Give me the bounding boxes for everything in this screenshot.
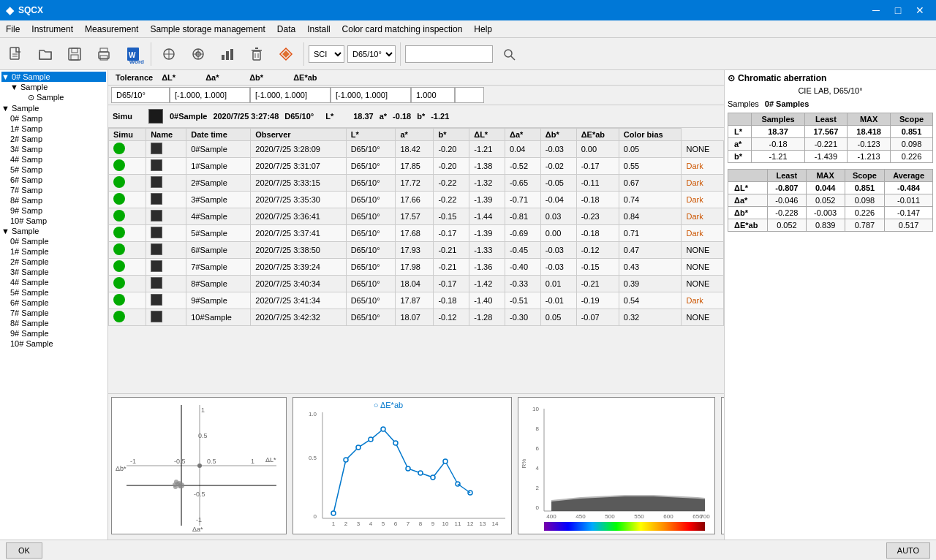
tree-item-0sample[interactable]: ▼ 0# Sample (1, 72, 106, 82)
tree-sub-8[interactable]: 8# Samp (10, 195, 106, 205)
tree-full-2[interactable]: 2# Sample (10, 257, 106, 267)
tree-item-sample-1[interactable]: ▼ Sample (10, 82, 106, 92)
crosshair-button[interactable] (156, 41, 182, 67)
table-row[interactable]: 8#Sample2020/7/25 3:40:34D65/10°18.04-0.… (109, 276, 724, 292)
tree-sub-5[interactable]: 5# Samp (10, 164, 106, 175)
menu-data[interactable]: Data (271, 22, 301, 37)
table-row[interactable]: 10#Sample2020/7/25 3:42:32D65/10°18.07-0… (109, 309, 724, 326)
menu-instrument[interactable]: Instrument (26, 22, 79, 37)
mode-select[interactable]: SCI SCE (309, 45, 344, 63)
new-button[interactable] (3, 41, 29, 67)
delete-button[interactable] (244, 41, 270, 67)
table-cell: 2020/7/25 3:35:30 (251, 192, 346, 208)
table-cell: 0.71 (619, 225, 682, 242)
illuminant-select[interactable]: D65/10° D50/2° A/10° (347, 45, 396, 63)
auto-button[interactable]: AUTO (886, 542, 930, 559)
table-row[interactable]: 6#Sample2020/7/25 3:38:50D65/10°17.93-0.… (109, 242, 724, 259)
tree-full-0[interactable]: 0# Sample (10, 236, 106, 246)
table-cell: 0.43 (619, 259, 682, 276)
table-row[interactable]: 4#Sample2020/7/25 3:36:41D65/10°17.57-0.… (109, 208, 724, 225)
table-row[interactable]: 7#Sample2020/7/25 3:39:24D65/10°17.98-0.… (109, 259, 724, 276)
table-cell: 17.93 (396, 242, 434, 259)
tree-full-9[interactable]: 9# Sample (10, 328, 106, 338)
tree-sub-3[interactable]: 3# Samp (10, 144, 106, 154)
tree-full-6[interactable]: 6# Sample (10, 298, 106, 308)
menu-sample-storage[interactable]: Sample storage management (144, 22, 271, 37)
tree-sub-1[interactable]: 1# Samp (10, 124, 106, 134)
table-row[interactable]: 3#Sample2020/7/25 3:35:30D65/10°17.66-0.… (109, 192, 724, 208)
table-cell: Dark (682, 208, 724, 225)
ok-button[interactable]: OK (6, 542, 42, 559)
search-button[interactable] (496, 41, 522, 67)
tolerance-dl-val[interactable]: [-1.000, 1.000] (170, 87, 250, 103)
delta-db-max: -0.003 (806, 207, 845, 219)
table-row[interactable]: 9#Sample2020/7/25 3:41:34D65/10°17.87-0.… (109, 292, 724, 309)
svg-text:Δa*: Δa* (192, 526, 203, 533)
tree-sub-9[interactable]: 9# Samp (10, 205, 106, 216)
table-cell-color (146, 276, 186, 292)
menu-file[interactable]: File (0, 22, 26, 37)
tree-full-5[interactable]: 5# Sample (10, 287, 106, 298)
open-button[interactable] (32, 41, 58, 67)
panel-collapse-icon[interactable]: ⊙ (728, 73, 735, 83)
samples-value: 0# Samples (765, 99, 809, 108)
table-cell: 0.67 (619, 175, 682, 192)
tree-sub-7[interactable]: 7# Samp (10, 185, 106, 195)
svg-point-77 (381, 427, 385, 431)
tree-sub-2[interactable]: 2# Samp (10, 134, 106, 144)
tolerance-da-val[interactable]: [-1.000, 1.000] (250, 87, 331, 103)
maximize-button[interactable]: □ (888, 3, 908, 18)
selected-info-header: Simu 0#Sample 2020/7/25 3:27:48 D65/10° … (108, 105, 724, 128)
word-button[interactable]: W Word (120, 41, 146, 67)
menu-measurement[interactable]: Measurement (79, 22, 144, 37)
diamond-button[interactable] (273, 41, 299, 67)
print-button[interactable] (91, 41, 117, 67)
tree-full-1[interactable]: 1# Sample (10, 246, 106, 257)
a-col-header: a* (380, 112, 387, 121)
tree-full-4[interactable]: 4# Sample (10, 277, 106, 287)
menu-install[interactable]: Install (301, 22, 336, 37)
search-input[interactable] (405, 45, 493, 63)
table-row[interactable]: 5#Sample2020/7/25 3:37:41D65/10°17.68-0.… (109, 225, 724, 242)
tree-sub-10[interactable]: 10# Samp (10, 216, 106, 226)
tolerance-extra-val[interactable] (455, 87, 484, 103)
barchart-button[interactable] (214, 41, 241, 67)
tolerance-db-val[interactable]: [-1.000, 1.000] (331, 87, 411, 103)
tolerance-de-val[interactable]: 1.000 (411, 87, 455, 103)
table-cell: Dark (682, 225, 724, 242)
minimize-button[interactable]: ─ (866, 3, 886, 18)
table-cell-color (146, 259, 186, 276)
title-bar-controls: ─ □ ✕ (866, 3, 930, 18)
tree-sub-6[interactable]: 6# Samp (10, 175, 106, 185)
stat-l-scope: 0.851 (891, 126, 933, 138)
stat-l-least: 17.567 (804, 126, 848, 138)
table-cell: -0.65 (505, 175, 541, 192)
menu-help[interactable]: Help (468, 22, 498, 37)
menu-color-card[interactable]: Color card matching inspection (336, 22, 469, 37)
close-button[interactable]: ✕ (910, 3, 930, 18)
table-row[interactable]: 0#Sample2020/7/25 3:28:09D65/10°18.42-0.… (109, 141, 724, 158)
table-cell: 10#Sample (186, 309, 251, 326)
table-cell: -1.39 (469, 192, 505, 208)
target-button[interactable] (185, 41, 211, 67)
table-row[interactable]: 2#Sample2020/7/25 3:33:15D65/10°17.72-0.… (109, 175, 724, 192)
tree-sub-4[interactable]: 4# Samp (10, 154, 106, 164)
tolerance-observer[interactable]: D65/10° (111, 87, 170, 103)
tree-group-sample2[interactable]: ▼ Sample (1, 226, 106, 236)
table-cell: -0.18 (434, 292, 469, 309)
svg-text:-0.5: -0.5 (174, 458, 186, 465)
table-cell-color (146, 141, 186, 158)
tree-full-7[interactable]: 7# Sample (10, 308, 106, 318)
tree-sub-0[interactable]: 0# Samp (10, 113, 106, 124)
tree-full-8[interactable]: 8# Sample (10, 318, 106, 328)
tree-group-sample1[interactable]: ▼ Sample (1, 103, 106, 113)
tree-item-sample-child[interactable]: ⊙ Sample (28, 92, 106, 103)
tree-full-10[interactable]: 10# Sample (10, 338, 106, 349)
table-cell: 17.66 (396, 192, 434, 208)
save-button[interactable] (61, 41, 88, 67)
color-swatch (151, 243, 162, 255)
tree-full-3[interactable]: 3# Sample (10, 267, 106, 277)
reflectance-chart: 10 8 6 4 2 0 R% 400 450 500 550 600 650 … (518, 397, 715, 534)
table-row[interactable]: 1#Sample2020/7/25 3:31:07D65/10°17.85-0.… (109, 158, 724, 175)
svg-text:13: 13 (480, 521, 486, 527)
